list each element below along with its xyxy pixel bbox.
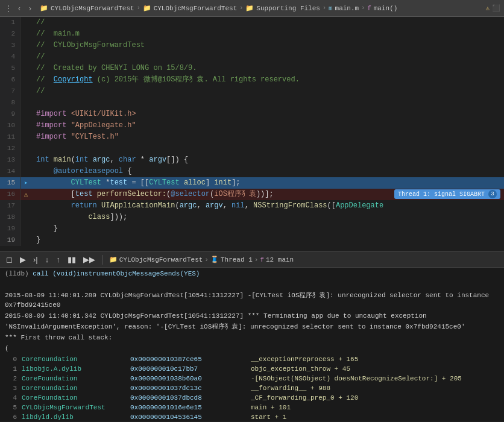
code-line-18: 18 class])); [0,212,504,223]
sep2: › [239,5,243,11]
code-line-9: 9 #import <UIKit/UIKit.h> [0,109,504,120]
lldb-command-text: call (void)instrumentObjcMessageSends(YE… [33,270,200,277]
line-code-17[interactable]: return UIApplicationMain(argc, argv, nil… [31,200,504,212]
line-num-14: 14 [0,166,20,177]
line-gutter-4 [20,51,31,63]
debug-sep [102,255,102,265]
debug-folder-icon: 📁 [109,256,118,263]
project-folder-icon: 📁 [40,4,48,12]
stack-num-6: 6 [5,412,22,421]
line-code-15[interactable]: CYLTest *test = [[CYLTest alloc] init]; [31,177,504,189]
line-code-7[interactable]: // [31,86,504,97]
stack-item-6: 6 libdyld.dylib 0x0000000104536145 start… [5,412,499,421]
lldb-prompt-line: (lldb) call (void)instrumentObjcMessageS… [5,270,499,277]
line-gutter-9 [20,109,31,120]
line-code-3[interactable]: // CYLObjcMsgForwardTest [31,40,504,51]
debug-frame[interactable]: 12 main [266,256,294,263]
line-num-4: 4 [0,51,20,63]
line-num-2: 2 [0,28,20,40]
lldb-console[interactable]: (lldb) call (void)instrumentObjcMessageS… [0,268,504,421]
line-code-12[interactable] [31,143,504,154]
line-code-19[interactable]: } [31,223,504,235]
stack-item-3: 3 CoreFoundation 0x00000001037dc13c __fo… [5,383,499,393]
line-code-8[interactable] [31,97,504,109]
debug-step-over-button[interactable]: ›| [31,254,40,265]
code-line-20: 19 } [0,235,504,246]
stack-sym-4: _CF_forwarding_prep_0 + 120 [251,393,358,403]
line-num-6: 6 [0,74,20,86]
code-line-3: 3 // CYLObjcMsgForwardTest [0,40,504,51]
thread-badge-text: Thread 1: signal SIGABRT [398,191,485,198]
line-code-11[interactable]: #import "CYLTest.h" [31,131,504,143]
code-line-12: 12 [0,143,504,154]
func-icon: f [367,5,371,12]
code-line-1: 1 // [0,17,504,28]
line-gutter-16: ⚠ [20,189,31,200]
nav-next-button[interactable]: › [25,4,35,13]
lldb-output-5: *** First throw call stack: [5,333,499,342]
sep1: › [137,5,140,11]
debug-hide-button[interactable]: ◻ [4,254,15,265]
code-line-13: 13 int main(int argc, char * argv[]) { [0,154,504,166]
line-num-15: 15 [0,177,20,189]
line-code-18[interactable]: class])); [31,212,504,223]
code-editor: 1 // 2 // main.m 3 // CYLObjcMsgForwardT… [0,17,504,252]
line-code-1[interactable]: // [31,17,504,28]
line-code-6[interactable]: // Copyright (c) 2015年 微博@iOS程序犭袁. All r… [31,74,504,86]
line-num-16: 16 [0,189,20,200]
debug-pause-button[interactable]: ▮▮ [65,254,78,265]
code-line-6: 6 // Copyright (c) 2015年 微博@iOS程序犭袁. All… [0,74,504,86]
line-num-10: 10 [0,120,20,131]
project-folder-icon2: 📁 [143,4,151,12]
stack-item-5: 5 CYLObjcMsgForwardTest 0x00000001016e6e… [5,403,499,412]
line-gutter-2 [20,28,31,40]
debug-continue-button[interactable]: ▶ [17,254,28,265]
stack-lib-3: CoreFoundation [22,383,130,393]
stack-num-0: 0 [5,354,22,364]
stack-item-2: 2 CoreFoundation 0x00000001038b60a0 -[NS… [5,374,499,383]
debug-step-out-button[interactable]: ↑ [54,254,63,265]
line-code-14[interactable]: @autoreleasepool { [31,166,504,177]
code-line-8: 8 [0,97,504,109]
lldb-output-4: 'NSInvalidArgumentException', reason: '-… [5,322,499,332]
code-line-10: 10 #import "AppDelegate.h" [0,120,504,131]
breadcrumb-supporting[interactable]: Supporting Files [256,5,320,12]
line-gutter-11 [20,131,31,143]
line-gutter-7 [20,86,31,97]
breadcrumb-project2[interactable]: CYLObjcMsgForwardTest [154,5,238,12]
debug-toolbar: ◻ ▶ ›| ↓ ↑ ▮▮ ▶▶ 📁 CYLObjcMsgForwardTest… [0,252,504,268]
debug-step-into-button[interactable]: ↓ [43,254,52,265]
stack-addr-1: 0x000000010c17bb7 [130,364,251,374]
debug-send-button[interactable]: ▶▶ [81,254,98,265]
debug-project[interactable]: CYLObjcMsgForwardTest [119,256,203,263]
nav-prev-button[interactable]: ‹ [14,4,24,13]
stack-item-1: 1 libobjc.A.dylib 0x000000010c17bb7 objc… [5,364,499,374]
line-code-5[interactable]: // Created by CHENYI LONG on 15/8/9. [31,63,504,74]
stack-addr-5: 0x00000001016e6e15 [130,403,251,412]
line-code-10[interactable]: #import "AppDelegate.h" [31,120,504,131]
line-code-4[interactable]: // [31,51,504,63]
line-gutter-3 [20,40,31,51]
line-num-1: 1 [0,17,20,28]
breadcrumb-file[interactable]: main.m [335,5,359,12]
stack-sym-3: __forwarding__ + 988 [251,383,330,393]
breadcrumb-func[interactable]: main() [374,5,398,12]
line-code-2[interactable]: // main.m [31,28,504,40]
code-line-4: 4 // [0,51,504,63]
line-code-9[interactable]: #import <UIKit/UIKit.h> [31,109,504,120]
line-code-20[interactable]: } [31,235,504,246]
line-code-13[interactable]: int main(int argc, char * argv[]) { [31,154,504,166]
thread-badge-count: 3 [488,190,497,198]
breadcrumb-project1[interactable]: CYLObjcMsgForwardTest [51,5,134,12]
file-icon: m [329,5,333,12]
supporting-files-icon: 📁 [245,4,254,12]
line-num-11: 11 [0,131,20,143]
code-line-15: 15 ➤ CYLTest *test = [[CYLTest alloc] in… [0,177,504,189]
line-gutter-20 [20,235,31,246]
sep4: › [361,5,365,11]
line-gutter-14 [20,166,31,177]
nav-back-button[interactable]: ⋮ [4,4,13,13]
debug-thread[interactable]: Thread 1 [221,256,253,263]
line-num-3: 3 [0,40,20,51]
line-gutter-15: ➤ [20,177,31,189]
